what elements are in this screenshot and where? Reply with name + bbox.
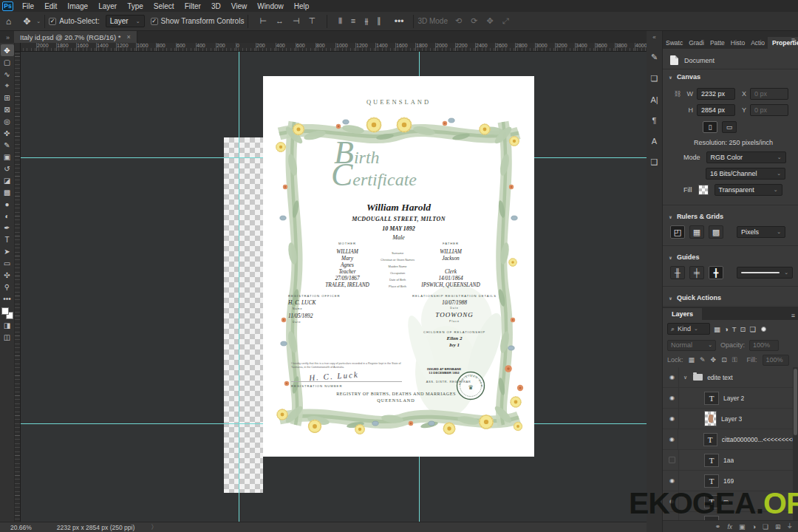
- height-input[interactable]: 2854 px: [697, 104, 735, 116]
- toggle-pixel-grid-button[interactable]: ▩: [709, 225, 723, 239]
- blur-tool[interactable]: ●: [1, 198, 14, 210]
- marquee-tool[interactable]: ▢: [1, 56, 14, 68]
- visibility-eye-icon[interactable]: ◉: [666, 367, 679, 388]
- visibility-eye-icon-off[interactable]: [666, 450, 679, 471]
- path-selection-tool[interactable]: ➤: [1, 245, 14, 257]
- quick-actions-section-header[interactable]: ∨ Quick Actions: [663, 290, 798, 305]
- fill-swatch[interactable]: [698, 185, 709, 195]
- close-icon[interactable]: ×: [126, 33, 130, 41]
- menu-file[interactable]: File: [17, 0, 39, 12]
- layer-row[interactable]: ◉ T 169: [663, 471, 798, 491]
- healing-brush-tool[interactable]: ✜: [1, 127, 14, 139]
- pencil-icon[interactable]: ✎: [651, 52, 658, 62]
- lock-guides-button[interactable]: ╪: [689, 266, 704, 279]
- layer-row[interactable]: ◉ Layer 3: [663, 409, 798, 429]
- menu-filter[interactable]: Filter: [180, 0, 206, 12]
- eyedropper-tool[interactable]: ◎: [1, 115, 14, 127]
- distribute-top-icon[interactable]: ∥: [377, 16, 381, 26]
- layer-row[interactable]: ◉ T Layer 2: [663, 388, 798, 409]
- toggle-rulers-button[interactable]: ◰: [670, 225, 685, 239]
- gradient-tool[interactable]: ▩: [1, 186, 14, 198]
- tab-layers[interactable]: Layers: [663, 308, 702, 320]
- link-dimensions-icon[interactable]: ⛓: [673, 90, 682, 98]
- distribute-horizontal-icon[interactable]: ≡: [351, 16, 355, 26]
- ruler-vertical[interactable]: [15, 52, 21, 522]
- orientation-portrait-button[interactable]: ▯: [703, 121, 717, 133]
- distribute-left-icon[interactable]: ⫵: [364, 16, 368, 26]
- zoom-tool[interactable]: ⚲: [1, 281, 14, 293]
- orientation-landscape-button[interactable]: ▭: [722, 121, 737, 133]
- frame-tool[interactable]: ⊠: [1, 103, 14, 115]
- link-layers-icon[interactable]: ⚭: [715, 523, 721, 531]
- lasso-tool[interactable]: ∿: [1, 68, 14, 80]
- lock-all-icon[interactable]: ⚿: [732, 356, 737, 364]
- panel-menu-icon[interactable]: ≡: [791, 36, 795, 44]
- screen-mode-icon[interactable]: ◫: [1, 331, 14, 343]
- lock-artboard-icon[interactable]: ⊡: [721, 356, 727, 364]
- auto-select-target-dropdown[interactable]: Layer ⌄: [106, 15, 145, 27]
- guide-style-dropdown[interactable]: ⌄: [737, 267, 793, 279]
- pen-tool[interactable]: ✒: [1, 222, 14, 233]
- toggle-grid-button[interactable]: ▦: [689, 225, 704, 239]
- menu-view[interactable]: View: [226, 0, 253, 12]
- move-tool-icon[interactable]: ✥: [17, 16, 36, 27]
- transparent-canvas-region[interactable]: [224, 137, 263, 493]
- menu-image[interactable]: Image: [62, 0, 93, 12]
- clear-guides-button[interactable]: ╋: [709, 266, 723, 279]
- visibility-eye-icon[interactable]: ◉: [666, 491, 679, 512]
- auto-select-checkbox[interactable]: ✓: [49, 18, 56, 25]
- rulers-grids-section-header[interactable]: ∨ Rulers & Grids: [663, 209, 798, 224]
- filter-adjustment-icon[interactable]: ◑: [724, 325, 729, 333]
- menu-window[interactable]: Window: [252, 0, 289, 12]
- layer-row[interactable]: ◉ T m: [663, 491, 798, 512]
- menu-3d[interactable]: 3D: [206, 0, 226, 12]
- shape-tool[interactable]: ▭: [1, 257, 14, 269]
- libraries-panel-icon[interactable]: ❑: [651, 157, 658, 167]
- paragraph-panel-icon[interactable]: ¶: [652, 116, 657, 125]
- move-tool[interactable]: ✥: [1, 44, 14, 56]
- layer-row[interactable]: ◉ T 129 Aa: [663, 512, 798, 520]
- layer-filter-kind-dropdown[interactable]: ⌕ Kind ⌄: [667, 323, 710, 335]
- toggle-guides-button[interactable]: ╫: [670, 266, 685, 279]
- new-layer-icon[interactable]: ⊞: [775, 523, 781, 531]
- layer-row[interactable]: ◉ T citta0000000...<<<<<<<<0 d: [663, 429, 798, 450]
- visibility-eye-icon[interactable]: ◉: [666, 409, 679, 429]
- bit-depth-dropdown[interactable]: 16 Bits/Channel ⌄: [706, 168, 785, 180]
- distribute-vertical-icon[interactable]: ⫴: [338, 16, 342, 26]
- tab-actions[interactable]: Actio: [748, 37, 768, 49]
- layer-row-group[interactable]: ◉ ∨ edite text: [663, 367, 798, 388]
- ruler-units-dropdown[interactable]: Pixels ⌄: [737, 226, 785, 238]
- clone-stamp-tool[interactable]: ▣: [1, 151, 14, 163]
- layers-menu-icon[interactable]: ≡: [791, 312, 795, 319]
- menu-select[interactable]: Select: [149, 0, 180, 12]
- menu-help[interactable]: Help: [289, 0, 315, 12]
- filter-smart-object-icon[interactable]: ❏: [750, 325, 757, 333]
- visibility-eye-icon[interactable]: ◉: [666, 471, 679, 491]
- layers-scrollbar[interactable]: [793, 367, 798, 520]
- type-tool[interactable]: T: [1, 233, 14, 245]
- lock-pixels-icon[interactable]: ✎: [700, 356, 706, 364]
- group-expand-caret-icon[interactable]: ∨: [683, 375, 687, 381]
- toolbar-expand-icon[interactable]: »: [0, 34, 14, 43]
- filter-pixel-icon[interactable]: ▦: [714, 325, 720, 333]
- tool-preset-caret-icon[interactable]: ⌄: [36, 18, 41, 24]
- guide-vertical-1[interactable]: [239, 52, 239, 522]
- layer-mask-icon[interactable]: ▣: [739, 523, 746, 531]
- dodge-tool[interactable]: ◐: [1, 210, 14, 222]
- panels-icon[interactable]: ❏: [651, 74, 658, 83]
- character-panel-icon[interactable]: A|: [650, 95, 658, 104]
- crop-tool[interactable]: ⊞: [1, 92, 14, 103]
- home-icon[interactable]: ⌂: [0, 16, 17, 27]
- certificate-document[interactable]: REGISTRAR GENERAL ♛ QUEENSLAND Birth Cer…: [263, 76, 534, 457]
- align-right-icon[interactable]: ⊣: [293, 16, 300, 26]
- visibility-eye-icon[interactable]: ◉: [666, 388, 679, 409]
- align-left-icon[interactable]: ⊢: [259, 16, 267, 26]
- eraser-tool[interactable]: ◪: [1, 174, 14, 186]
- menu-type[interactable]: Type: [122, 0, 149, 12]
- object-selection-tool[interactable]: ⌖: [1, 80, 14, 92]
- color-swatches[interactable]: [1, 307, 13, 319]
- collapse-panels-icon[interactable]: «: [652, 34, 655, 41]
- edit-toolbar-icon[interactable]: •••: [1, 293, 14, 304]
- history-brush-tool[interactable]: ↺: [1, 163, 14, 174]
- layer-row[interactable]: T 1aa: [663, 450, 798, 471]
